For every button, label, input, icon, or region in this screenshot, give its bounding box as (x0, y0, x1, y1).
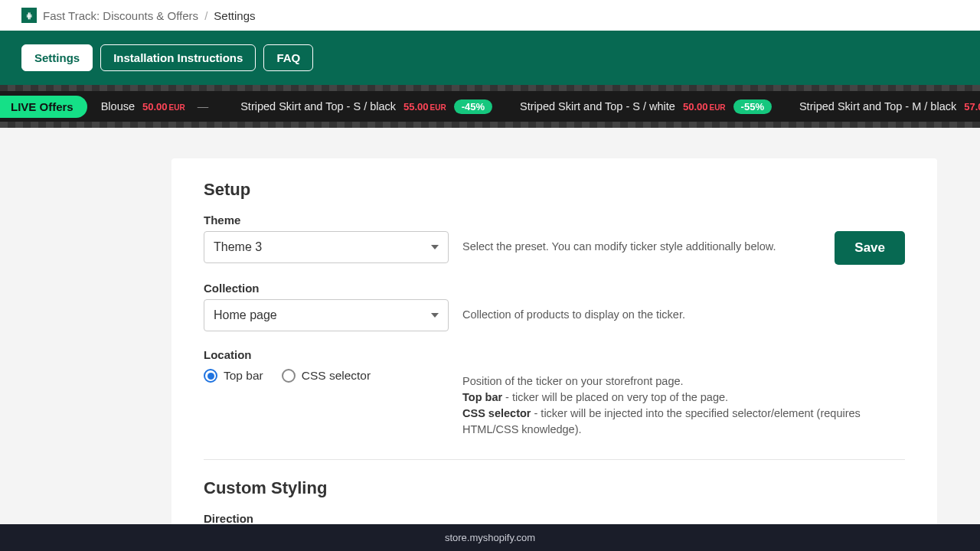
location-radio-css[interactable]: CSS selector (282, 369, 371, 383)
ticker-item-price: 57.00EUR (964, 101, 980, 112)
ticker-item: Striped Skirt and Top - M / black 57.00E… (786, 99, 980, 114)
ticker-item-name: Striped Skirt and Top - S / black (240, 100, 396, 112)
breadcrumb: ⋕ Fast Track: Discounts & Offers / Setti… (0, 0, 980, 31)
ticker-item-price: 50.00EUR (683, 101, 726, 112)
chevron-down-icon (431, 245, 439, 249)
ticker-item: Blouse 50.00EUR — (87, 100, 227, 112)
breadcrumb-separator: / (204, 9, 207, 22)
ticker-separator: — (193, 100, 214, 112)
tab-faq[interactable]: FAQ (263, 44, 313, 71)
ticker-item-price: 55.00EUR (403, 101, 446, 112)
breadcrumb-app[interactable]: Fast Track: Discounts & Offers (43, 9, 198, 22)
settings-card: Setup Theme Theme 3 Select the preset. Y… (172, 158, 937, 551)
footer-domain: store.myshopify.com (445, 532, 535, 543)
save-button[interactable]: Save (835, 231, 905, 265)
theme-select[interactable]: Theme 3 (204, 231, 449, 263)
live-offers-badge: LIVE Offers (0, 96, 87, 118)
ticker-item-discount: -45% (454, 99, 492, 114)
location-radio-css-label: CSS selector (302, 369, 371, 383)
theme-select-value: Theme 3 (214, 240, 262, 254)
ticker-item: Striped Skirt and Top - S / white 50.00E… (506, 99, 786, 114)
breadcrumb-current: Settings (214, 9, 255, 22)
ticker-strip: LIVE Offers Blouse 50.00EUR — Striped Sk… (0, 91, 980, 122)
ticker-item-price: 50.00EUR (142, 101, 185, 112)
ticker-item-name: Striped Skirt and Top - S / white (520, 100, 675, 112)
collection-select[interactable]: Home page (204, 299, 449, 331)
app-icon: ⋕ (21, 8, 37, 23)
location-hint: Position of the ticker on your storefron… (462, 366, 891, 438)
tab-settings[interactable]: Settings (21, 44, 93, 71)
ticker-item-discount: -55% (733, 99, 772, 114)
theme-hint: Select the preset. You can modify ticker… (462, 231, 821, 255)
radio-icon (204, 369, 217, 383)
theme-label: Theme (204, 214, 905, 227)
ticker-item-name: Striped Skirt and Top - M / black (799, 100, 956, 112)
location-radio-topbar-label: Top bar (224, 369, 263, 383)
ticker-item-name: Blouse (101, 100, 135, 112)
tab-installation[interactable]: Installation Instructions (100, 44, 256, 71)
collection-select-value: Home page (214, 308, 277, 322)
ticker-item: Striped Skirt and Top - S / black 55.00E… (227, 99, 506, 114)
radio-icon (282, 369, 296, 383)
section-setup-title: Setup (204, 180, 905, 200)
ticker-preview: LIVE Offers Blouse 50.00EUR — Striped Sk… (0, 85, 980, 128)
location-radio-topbar[interactable]: Top bar (204, 369, 263, 383)
location-label: Location (204, 348, 905, 361)
section-styling-title: Custom Styling (204, 478, 905, 498)
divider (204, 459, 905, 460)
footer: store.myshopify.com (0, 524, 980, 551)
chevron-down-icon (431, 313, 439, 318)
nav-tabs: Settings Installation Instructions FAQ (0, 31, 980, 85)
collection-hint: Collection of products to display on the… (462, 299, 891, 323)
collection-label: Collection (204, 282, 905, 295)
direction-label: Direction (204, 512, 905, 525)
